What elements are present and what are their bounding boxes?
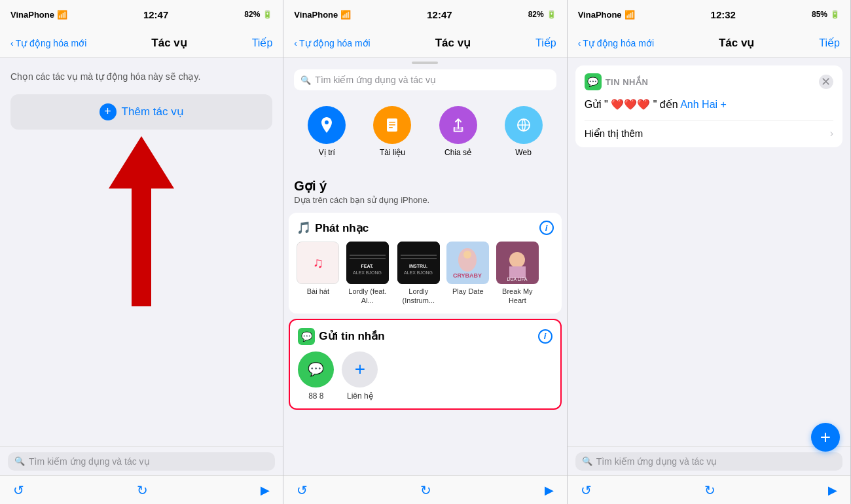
- message-card: 💬 TIN NHẮN ✕ Gửi " ❤️❤️❤️ " đến Anh Hai …: [575, 65, 842, 147]
- album-item-3[interactable]: CRYBABY Play Date: [446, 242, 489, 306]
- next-button-1[interactable]: Tiếp: [252, 37, 273, 49]
- album-label-0: Bài hát: [307, 287, 329, 296]
- nav-bar-2: ‹ Tự động hóa mới Tác vụ Tiếp: [283, 29, 566, 58]
- category-share[interactable]: Chia sẻ: [439, 106, 477, 157]
- search-icon-top-2: 🔍: [300, 75, 311, 85]
- location-icon: [308, 106, 346, 144]
- album-item-4[interactable]: DUA LIPA Break My Heart: [494, 242, 540, 306]
- time-3: 12:32: [711, 9, 736, 20]
- share-label: Chia sẻ: [444, 148, 471, 157]
- album-label-4: Break My Heart: [494, 287, 540, 306]
- music-header: 🎵 Phát nhạc i: [297, 221, 553, 235]
- search-input-1[interactable]: 🔍 Tìm kiếm ứng dụng và tác vụ: [8, 452, 275, 471]
- scroll-indicator: [412, 62, 438, 64]
- music-info-button[interactable]: i: [539, 221, 554, 235]
- album-item-0[interactable]: ♫ Bài hát: [297, 242, 339, 306]
- contact-888[interactable]: 💬 88 8: [298, 351, 334, 401]
- msg-more-text: Hiển thị thêm: [585, 128, 643, 139]
- back-button-3[interactable]: ‹ Tự động hóa mới: [578, 38, 654, 48]
- section-title: Gợi ý: [294, 178, 556, 194]
- search-bar-bottom-3: 🔍 Tìm kiếm ứng dụng và tác vụ: [568, 446, 850, 475]
- time-1: 12:47: [143, 9, 168, 20]
- music-title-label: Phát nhạc: [315, 221, 369, 235]
- battery-label-2: 82%: [528, 10, 544, 19]
- msg-body-text2: " đến: [653, 99, 678, 110]
- undo-button-1[interactable]: ↺: [13, 482, 24, 498]
- svg-text:CRYBABY: CRYBABY: [453, 272, 482, 279]
- section-header: Gợi ý Dựa trên cách bạn sử dụng iPhone.: [283, 168, 566, 207]
- msg-title-row: 💬 Gửi tin nhắn: [298, 328, 384, 345]
- status-left-1: VinaPhone 📶: [10, 10, 67, 20]
- search-icon-1: 🔍: [14, 456, 25, 466]
- panel-3: VinaPhone 📶 12:32 85% 🔋 ‹ Tự động hóa mớ…: [568, 0, 851, 504]
- msg-body-text1: Gửi ": [585, 99, 608, 110]
- svg-text:FEAT.: FEAT.: [361, 264, 373, 268]
- battery-label-3: 85%: [812, 10, 827, 19]
- svg-rect-0: [132, 175, 151, 306]
- status-bar-1: VinaPhone 📶 12:47 82% 🔋: [0, 0, 283, 29]
- add-fab-button[interactable]: +: [811, 423, 840, 446]
- search-top-2[interactable]: 🔍 Tìm kiếm ứng dụng và tác vụ: [294, 69, 556, 90]
- message-app-icon: 💬: [298, 328, 315, 345]
- album-label-2: Lordly (Instrum...: [395, 287, 441, 306]
- next-button-2[interactable]: Tiếp: [535, 37, 556, 49]
- svg-text:DUA LIPA: DUA LIPA: [507, 277, 527, 281]
- album-cover-3: CRYBABY: [446, 242, 489, 284]
- undo-button-2[interactable]: ↺: [297, 482, 308, 498]
- panel3-content: 💬 TIN NHẮN ✕ Gửi " ❤️❤️❤️ " đến Anh Hai …: [568, 58, 850, 446]
- play-button-3[interactable]: ▶: [828, 483, 837, 497]
- msg-add-icon[interactable]: +: [721, 99, 727, 110]
- redo-button-2[interactable]: ↻: [420, 482, 431, 498]
- back-label-3: Tự động hóa mới: [583, 38, 654, 48]
- search-input-3[interactable]: 🔍 Tìm kiếm ứng dụng và tác vụ: [575, 452, 842, 471]
- undo-button-3[interactable]: ↺: [581, 482, 592, 498]
- next-button-3[interactable]: Tiếp: [819, 37, 840, 49]
- panel2-scroll[interactable]: 🔍 Tìm kiếm ứng dụng và tác vụ Vị trí: [283, 58, 566, 475]
- svg-rect-13: [397, 242, 440, 284]
- contact-add[interactable]: + Liên hệ: [342, 351, 378, 401]
- red-arrow: [109, 136, 174, 335]
- msg-body-emojis: ❤️❤️❤️: [611, 99, 650, 110]
- msg-recipient-label[interactable]: Anh Hai: [680, 99, 717, 110]
- categories-row: Vị trí Tài liệu: [283, 96, 566, 168]
- send-message-section: 💬 Gửi tin nhắn i 💬 88 8 + Liên hệ: [289, 319, 561, 410]
- contact-label-888: 88 8: [308, 391, 323, 401]
- msg-info-button[interactable]: i: [538, 329, 552, 344]
- contact-label-add: Liên hệ: [347, 391, 373, 401]
- msg-more-row[interactable]: Hiển thị thêm ›: [585, 120, 833, 139]
- panel-2: VinaPhone 📶 12:47 82% 🔋 ‹ Tự động hóa mớ…: [283, 0, 567, 504]
- chevron-right-icon: ›: [830, 128, 833, 139]
- chevron-left-icon-3: ‹: [578, 38, 581, 48]
- carrier-label-3: VinaPhone: [578, 10, 622, 20]
- battery-icon-2: 🔋: [547, 10, 556, 19]
- nav-title-1: Tác vụ: [151, 36, 187, 50]
- status-bar-3: VinaPhone 📶 12:32 85% 🔋: [568, 0, 850, 29]
- music-albums-row[interactable]: ♫ Bài hát FEAT. ALEX BJONG Lordl: [297, 242, 553, 306]
- search-placeholder-3: Tìm kiếm ứng dụng và tác vụ: [596, 456, 717, 467]
- contact-plus-icon: +: [342, 351, 378, 387]
- add-task-button[interactable]: + Thêm tác vụ: [10, 94, 272, 130]
- album-cover-1: FEAT. ALEX BJONG: [346, 242, 389, 284]
- back-button-1[interactable]: ‹ Tự động hóa mới: [10, 38, 86, 48]
- album-item-2[interactable]: INSTRU. ALEX BJONG Lordly (Instrum...: [395, 242, 441, 306]
- back-button-2[interactable]: ‹ Tự động hóa mới: [294, 38, 370, 48]
- category-documents[interactable]: Tài liệu: [373, 106, 411, 157]
- svg-point-20: [463, 251, 471, 259]
- play-button-1[interactable]: ▶: [261, 483, 270, 497]
- msg-section-title: Gửi tin nhắn: [319, 329, 384, 343]
- contact-avatar-888: 💬: [298, 351, 334, 387]
- svg-text:ALEX BJONG: ALEX BJONG: [404, 270, 433, 275]
- category-location[interactable]: Vị trí: [308, 106, 346, 157]
- close-msg-card-button[interactable]: ✕: [819, 75, 833, 89]
- category-web[interactable]: Web: [505, 106, 543, 157]
- msg-card-header: 💬 TIN NHẮN ✕: [585, 73, 833, 90]
- section-subtitle: Dựa trên cách bạn sử dụng iPhone.: [294, 195, 556, 205]
- album-item-1[interactable]: FEAT. ALEX BJONG Lordly (feat. Al...: [344, 242, 390, 306]
- msg-section-header: 💬 Gửi tin nhắn i: [298, 328, 552, 345]
- redo-button-3[interactable]: ↻: [704, 482, 715, 498]
- msg-card-app-icon: 💬: [585, 73, 602, 90]
- svg-point-23: [509, 252, 525, 268]
- svg-text:INSTRU.: INSTRU.: [409, 264, 427, 268]
- play-button-2[interactable]: ▶: [545, 483, 554, 497]
- redo-button-1[interactable]: ↻: [137, 482, 148, 498]
